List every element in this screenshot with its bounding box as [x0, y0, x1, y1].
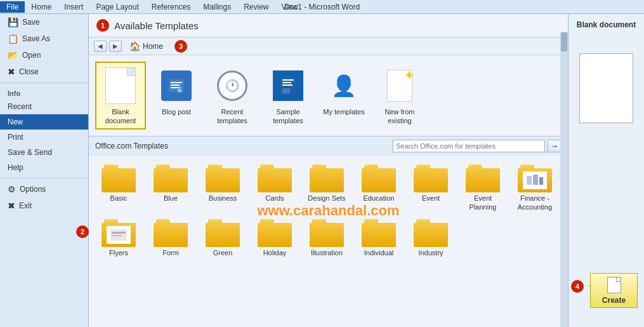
sidebar-recent-label: Recent — [8, 102, 32, 111]
nav-forward-btn[interactable]: ▶ — [109, 41, 122, 52]
folder-form-label: Form — [162, 248, 179, 257]
folder-event-icon — [414, 164, 448, 192]
nav-back-btn[interactable]: ◀ — [94, 41, 107, 52]
folder-eventplanning[interactable]: Event Planning — [458, 162, 508, 215]
sidebar-saveas-label: Save As — [22, 34, 50, 43]
step3-badge: 3 — [174, 40, 187, 53]
svg-rect-2 — [171, 84, 180, 86]
folder-financeaccounting-icon — [518, 164, 552, 192]
sidebar-item-close[interactable]: ✖ Close — [0, 63, 88, 80]
officecom-title: Office.com Templates — [95, 142, 168, 150]
sidebar-item-save[interactable]: 💾 Save — [0, 14, 88, 30]
folder-financeaccounting[interactable]: Finance - Accounting — [510, 162, 560, 215]
template-newexisting[interactable]: ✦ New from existing — [374, 62, 425, 130]
open-icon: 📂 — [8, 50, 18, 60]
sidebar-save-label: Save — [22, 18, 39, 27]
menu-mailings[interactable]: Mailings — [197, 1, 237, 13]
create-label: Create — [602, 296, 626, 305]
folder-holiday-icon — [258, 219, 292, 247]
menu-home[interactable]: Home — [25, 1, 58, 13]
scrollbar-track[interactable] — [560, 32, 568, 327]
sidebar-exit-label: Exit — [19, 201, 32, 210]
save-icon: 💾 — [8, 17, 18, 27]
template-blank[interactable]: Blank document — [95, 62, 146, 130]
folder-green-label: Green — [213, 248, 233, 257]
folder-illustration[interactable]: Illustration — [302, 217, 352, 260]
nav-bar: ◀ ▶ 🏠 Home 3 — [89, 37, 568, 55]
folder-industry-icon — [414, 219, 448, 247]
folder-blue[interactable]: Blue — [146, 162, 195, 215]
template-newexisting-label: New from existing — [378, 107, 421, 126]
home-btn[interactable]: 🏠 Home — [124, 40, 168, 53]
folder-flyers[interactable]: Flyers — [94, 217, 143, 260]
sidebar-item-options[interactable]: ⚙ Options — [0, 181, 88, 197]
svg-rect-1 — [171, 82, 182, 83]
folder-industry[interactable]: Industry — [406, 217, 456, 260]
menu-file[interactable]: File — [0, 1, 25, 13]
folder-business-label: Business — [209, 194, 237, 203]
sidebar-item-savesend[interactable]: Save & Send — [0, 145, 88, 160]
folder-designsets-icon — [310, 164, 344, 192]
sidebar-item-print[interactable]: Print — [0, 130, 88, 145]
folder-education-label: Education — [364, 194, 395, 203]
folder-flyers-icon — [102, 219, 136, 247]
menu-pagelayout[interactable]: Page Layout — [89, 1, 145, 13]
folder-form[interactable]: Form — [146, 217, 195, 260]
folder-event[interactable]: Event — [406, 162, 456, 215]
folder-industry-label: Industry — [418, 248, 443, 257]
sidebar-item-new[interactable]: New — [0, 114, 88, 130]
folder-designsets[interactable]: Design Sets — [302, 162, 352, 215]
sidebar-item-exit[interactable]: ✖ Exit — [0, 197, 88, 214]
folder-education[interactable]: Education — [354, 162, 404, 215]
right-panel: Blank document 4 → Create — [568, 14, 644, 327]
folder-individual-label: Individual — [364, 248, 393, 257]
clock-icon: 🕐 — [212, 65, 253, 106]
officecom-section: Office.com Templates → www.carahandal.co… — [89, 136, 568, 267]
folder-basic[interactable]: Basic — [94, 162, 143, 215]
flyers-folder-img — [107, 226, 131, 244]
folder-individual-icon — [362, 219, 396, 247]
folder-green[interactable]: Green — [198, 217, 247, 260]
folder-basic-icon — [102, 164, 136, 192]
person-shape: 👤 — [329, 70, 359, 101]
folder-individual[interactable]: Individual — [354, 217, 404, 260]
sidebar-item-recent[interactable]: Recent — [0, 99, 88, 114]
sidebar-help-label: Help — [8, 163, 23, 172]
search-box: → — [393, 140, 562, 152]
menu-references[interactable]: References — [145, 1, 197, 13]
sidebar-info[interactable]: Info — [0, 86, 88, 99]
step4-badge: 4 — [571, 280, 584, 293]
folder-business[interactable]: Business — [198, 162, 247, 215]
svg-rect-9 — [282, 84, 292, 86]
sidebar-item-saveas[interactable]: 📋 Save As — [0, 30, 88, 47]
folder-holiday[interactable]: Holiday — [250, 217, 299, 260]
template-sample[interactable]: Sample templates — [263, 62, 313, 130]
template-my[interactable]: 👤 My templates — [319, 62, 369, 130]
scrollbar-thumb[interactable] — [561, 32, 567, 51]
folder-business-icon — [206, 164, 240, 192]
close-icon: ✖ — [8, 67, 15, 77]
sidebar-print-label: Print — [8, 133, 23, 142]
sidebar-item-open[interactable]: 📂 Open — [0, 47, 88, 63]
folder-blue-icon — [154, 164, 188, 192]
sidebar-item-help[interactable]: Help — [0, 160, 88, 175]
folder-flyers-label: Flyers — [109, 248, 128, 257]
sidebar: 💾 Save 📋 Save As 📂 Open ✖ Close Info Rec… — [0, 14, 89, 327]
svg-rect-12 — [527, 176, 532, 185]
create-button[interactable]: Create — [590, 273, 638, 308]
menu-insert[interactable]: Insert — [58, 1, 89, 13]
template-recent[interactable]: 🕐 Recent templates — [207, 62, 258, 130]
folder-financeaccounting-label: Finance - Accounting — [513, 194, 557, 212]
sample-shape — [273, 70, 303, 101]
blank-doc-shape — [105, 67, 136, 104]
folder-cards-label: Cards — [265, 194, 284, 203]
template-blog[interactable]: ✎ Blog post — [151, 62, 202, 130]
folder-blue-label: Blue — [164, 194, 178, 203]
search-input[interactable] — [393, 140, 545, 152]
home-label: Home — [143, 42, 163, 51]
search-button[interactable]: → — [548, 140, 562, 152]
menu-review[interactable]: Review — [237, 1, 275, 13]
create-doc-icon — [607, 277, 621, 293]
folder-cards[interactable]: Cards — [250, 162, 299, 215]
sidebar-divider-2 — [0, 178, 88, 178]
